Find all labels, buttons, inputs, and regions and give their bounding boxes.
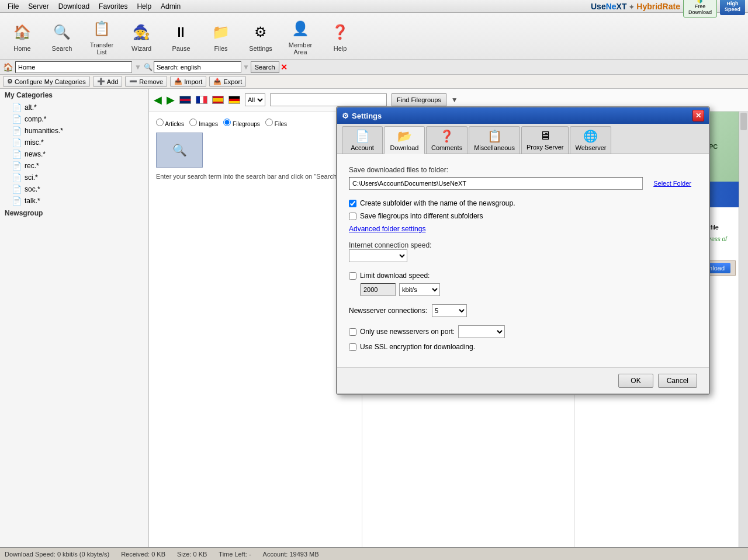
addressbar: 🏠 ▼ 🔍 ▼ Search ✕ — [0, 60, 748, 75]
pause-button[interactable]: ⏸ Pause — [164, 18, 199, 54]
sidebar-item-alt[interactable]: 📄 alt.* — [0, 102, 148, 113]
tab-comments[interactable]: ❓ Comments — [426, 126, 468, 154]
high-speed-badge: High Speed — [720, 0, 745, 15]
menu-file[interactable]: File — [3, 1, 23, 12]
search-submit-button[interactable]: Search — [251, 61, 279, 73]
import-button[interactable]: 📥 Import — [170, 76, 206, 87]
subfolder-checkbox[interactable] — [349, 200, 356, 207]
tab-account[interactable]: 📄 Account — [342, 126, 383, 154]
folder-icon-6: 📄 — [12, 161, 22, 171]
folder-icon-7: 📄 — [12, 173, 22, 182]
connections-select[interactable]: 1234 5678 — [432, 304, 467, 317]
advanced-folder-link[interactable]: Advanced folder settings — [349, 225, 425, 233]
transfer-list-button[interactable]: 📋 Transfer List — [84, 15, 119, 58]
wizard-icon: 🧙 — [130, 20, 153, 44]
flag-spanish[interactable] — [212, 96, 224, 104]
transfer-list-icon: 📋 — [90, 17, 113, 40]
tab-proxy-server[interactable]: 🖥 Proxy Server — [521, 126, 569, 154]
tab-miscellaneous[interactable]: 📋 Miscellaneous — [469, 126, 520, 154]
find-dropdown-icon[interactable]: ▼ — [451, 96, 458, 104]
pause-icon: ⏸ — [169, 20, 193, 44]
menu-download[interactable]: Download — [54, 1, 94, 12]
settings-button[interactable]: ⚙ Settings — [243, 18, 278, 54]
folder-icon-8: 📄 — [12, 185, 22, 194]
address-dropdown-icon[interactable]: ▼ — [134, 63, 141, 71]
radio-filegroups[interactable] — [223, 119, 231, 126]
sidebar-header: My Categories — [0, 89, 148, 102]
limit-speed-checkbox[interactable] — [349, 272, 356, 280]
help-label: Help — [334, 45, 347, 52]
vertical-scrollbar[interactable] — [739, 112, 748, 547]
dialog-close-button[interactable]: ✕ — [692, 110, 704, 121]
add-button[interactable]: ➕ Add — [93, 76, 123, 87]
dialog-body: Save downloaded files to folder: Select … — [337, 154, 709, 367]
remove-button[interactable]: ➖ Remove — [125, 76, 167, 87]
sidebar-item-comp[interactable]: 📄 comp.* — [0, 113, 148, 125]
sidebar-item-news[interactable]: 📄 news.* — [0, 148, 148, 160]
radio-images[interactable] — [189, 119, 197, 126]
member-area-label: Member Area — [285, 41, 316, 55]
home-icon-small: 🏠 — [3, 62, 13, 72]
export-button[interactable]: 📤 Export — [209, 76, 246, 87]
filegroups-checkbox[interactable] — [349, 213, 356, 220]
limit-value-input[interactable] — [361, 283, 396, 296]
advanced-folder-link-row: Advanced folder settings — [349, 225, 697, 233]
member-area-button[interactable]: 👤 Member Area — [283, 15, 318, 58]
speed-select[interactable]: 56 kbit/s 128 kbit/s 1 Mbit/s — [349, 249, 407, 262]
port-checkbox[interactable] — [349, 328, 356, 336]
add-icon: ➕ — [97, 78, 105, 85]
help-button[interactable]: ❓ Help — [323, 18, 358, 54]
ssl-checkbox-row: Use SSL encryption for downloading. — [349, 343, 697, 351]
limit-unit-select[interactable]: kbit/s Mbit/s — [399, 283, 440, 296]
sidebar-item-sci[interactable]: 📄 sci.* — [0, 172, 148, 183]
sidebar: My Categories 📄 alt.* 📄 comp.* 📄 humanit… — [0, 89, 149, 547]
misc-tab-icon: 📋 — [487, 129, 502, 143]
ssl-checkbox[interactable] — [349, 343, 356, 351]
close-search-icon[interactable]: ✕ — [280, 62, 288, 72]
dialog-titlebar: ⚙ Settings ✕ — [337, 107, 709, 124]
tab-download[interactable]: 📂 Download — [384, 126, 425, 154]
radio-articles[interactable] — [156, 119, 164, 126]
cancel-button[interactable]: Cancel — [658, 374, 697, 388]
content-area: ◀ ▶ All Find Filegroups ▼ Arti — [149, 89, 748, 547]
menu-help[interactable]: Help — [132, 1, 156, 12]
scrollbar-thumb[interactable] — [740, 113, 747, 130]
limit-speed-label: Limit download speed: — [360, 272, 430, 280]
filter-dropdown[interactable]: All — [245, 93, 265, 106]
sidebar-item-misc[interactable]: 📄 misc.* — [0, 137, 148, 148]
search-filter-input[interactable] — [270, 93, 387, 106]
nav-next-icon[interactable]: ▶ — [167, 93, 175, 106]
dialog-title: ⚙ Settings — [342, 112, 382, 120]
search-thumbnail: 🔍 — [156, 133, 203, 168]
files-button[interactable]: 📁 Files — [203, 18, 238, 54]
menu-favorites[interactable]: Favorites — [94, 1, 132, 12]
sidebar-item-talk[interactable]: 📄 talk.* — [0, 195, 148, 207]
folder-path-input[interactable] — [349, 177, 643, 190]
menu-server[interactable]: Server — [23, 1, 53, 12]
account-status: Account: 19493 MB — [263, 551, 319, 558]
flag-german[interactable] — [228, 96, 240, 104]
select-folder-button[interactable]: Select Folder — [647, 177, 697, 190]
tab-webserver[interactable]: 🌐 Webserver — [570, 126, 611, 154]
flag-french[interactable] — [196, 96, 207, 104]
home-button[interactable]: 🏠 Home — [5, 18, 40, 54]
wizard-button[interactable]: 🧙 Wizard — [124, 18, 159, 54]
address-input[interactable] — [15, 61, 132, 73]
find-filegroups-button[interactable]: Find Filegroups — [392, 93, 446, 106]
search-dropdown-icon[interactable]: ▼ — [243, 63, 250, 71]
sidebar-item-soc[interactable]: 📄 soc.* — [0, 183, 148, 195]
flag-english[interactable] — [179, 96, 191, 104]
search-input[interactable] — [154, 61, 241, 73]
member-area-icon: 👤 — [289, 17, 312, 40]
nav-prev-icon[interactable]: ◀ — [154, 93, 162, 106]
configure-categories-button[interactable]: ⚙ Configure My Categories — [3, 76, 90, 87]
ok-button[interactable]: OK — [618, 374, 653, 388]
download-tab-icon: 📂 — [397, 129, 412, 143]
port-select[interactable]: 80443119563 — [458, 325, 505, 338]
search-button[interactable]: 🔍 Search — [44, 18, 79, 54]
menu-admin[interactable]: Admin — [156, 1, 185, 12]
radio-files[interactable] — [265, 119, 273, 126]
sidebar-item-rec[interactable]: 📄 rec.* — [0, 160, 148, 172]
received-status: Received: 0 KB — [121, 551, 165, 558]
sidebar-item-humanities[interactable]: 📄 humanities.* — [0, 125, 148, 137]
